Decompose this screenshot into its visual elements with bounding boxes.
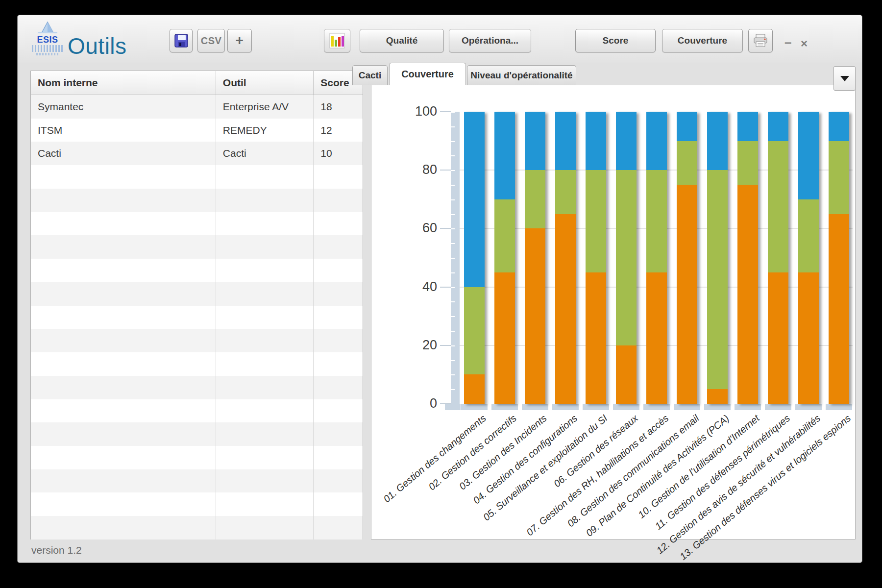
bar-pedestal xyxy=(583,404,609,410)
y-axis-tick xyxy=(440,170,451,171)
segment-orange xyxy=(768,272,788,404)
segment-green xyxy=(737,141,758,185)
tab-overflow-dropdown[interactable] xyxy=(833,66,856,91)
y-axis-tick xyxy=(440,345,451,346)
bar-pedestal xyxy=(491,404,518,410)
chart-button[interactable] xyxy=(324,29,350,52)
table-cell xyxy=(216,446,314,469)
segment-green xyxy=(829,141,849,214)
table-cell xyxy=(314,399,363,423)
toolbar-button-score[interactable]: Score xyxy=(575,29,656,52)
bar-pedestal xyxy=(613,404,639,410)
table-cell xyxy=(314,376,363,399)
table-row[interactable]: CactiCacti10 xyxy=(31,142,363,165)
add-button[interactable]: + xyxy=(227,29,252,52)
table-cell: Enterprise A/V xyxy=(216,95,314,119)
toolbar-button-couverture[interactable]: Couverture xyxy=(662,29,743,52)
stacked-bar xyxy=(525,112,545,404)
csv-export-button[interactable]: CSV xyxy=(197,29,225,52)
bar-pedestal xyxy=(643,404,670,410)
table-cell xyxy=(31,446,216,469)
table-cell xyxy=(31,516,216,539)
table-header-row: Nom interneOutilScore xyxy=(31,71,363,95)
segment-blue xyxy=(494,112,515,199)
table-cell xyxy=(31,259,216,282)
stacked-bar xyxy=(677,112,697,404)
table-cell xyxy=(31,376,216,399)
dropdown-arrow-icon xyxy=(840,76,849,81)
toolbar-button-op-rationa[interactable]: Opérationa... xyxy=(449,29,531,52)
table-cell: 18 xyxy=(314,95,363,119)
table-row[interactable]: ITSMREMEDY12 xyxy=(31,119,363,142)
table-cell: Symantec xyxy=(31,95,216,119)
y-axis-label: 40 xyxy=(400,279,437,294)
chart-icon xyxy=(329,33,345,49)
table-cell xyxy=(31,469,216,493)
segment-blue xyxy=(677,112,697,141)
column-header-outil[interactable]: Outil xyxy=(216,71,314,95)
segment-blue xyxy=(798,112,819,199)
version-label: version 1.2 xyxy=(31,544,82,556)
table-row-empty xyxy=(31,165,363,189)
table-row-empty xyxy=(31,492,363,516)
printer-icon xyxy=(753,33,768,48)
titlebar: ESIS Outils CSV + xyxy=(18,15,862,63)
app-window: ESIS Outils CSV + xyxy=(17,15,862,563)
segment-green xyxy=(707,170,728,389)
table-cell xyxy=(31,306,216,329)
stacked-bar xyxy=(737,112,758,404)
table-cell xyxy=(31,165,216,189)
tab-niveau-d-op-rationalit[interactable]: Niveau d'opérationalité xyxy=(467,65,576,85)
toolbar-button-qualit[interactable]: Qualité xyxy=(360,29,444,52)
tools-table: Nom interneOutilScore SymantecEnterprise… xyxy=(30,71,363,539)
tab-cacti[interactable]: Cacti xyxy=(352,65,388,85)
segment-green xyxy=(464,287,485,375)
table-cell: Cacti xyxy=(31,142,216,165)
save-button[interactable] xyxy=(170,29,193,52)
segment-orange xyxy=(829,214,849,404)
y-axis-label: 80 xyxy=(400,162,437,177)
segment-green xyxy=(586,170,606,272)
logo-text: ESIS xyxy=(28,36,67,44)
stacked-bar xyxy=(829,112,849,404)
table-cell xyxy=(216,212,314,236)
stacked-bar xyxy=(798,112,819,404)
segment-green xyxy=(768,141,788,272)
table-row-empty xyxy=(31,352,363,376)
page-title: Outils xyxy=(68,33,127,59)
close-button[interactable]: × xyxy=(801,37,808,50)
segment-orange xyxy=(646,272,667,404)
column-header-nom-interne[interactable]: Nom interne xyxy=(31,71,216,95)
axis-foot xyxy=(445,404,461,410)
y-axis-tick xyxy=(440,111,451,112)
segment-blue xyxy=(737,112,758,141)
table-row[interactable]: SymantecEnterprise A/V18 xyxy=(31,95,363,119)
segment-orange xyxy=(737,185,758,404)
y-axis-tick xyxy=(440,228,451,229)
table-cell xyxy=(314,469,363,493)
table-row-empty xyxy=(31,446,363,469)
y-axis-label: 20 xyxy=(400,338,437,353)
table-cell xyxy=(314,352,363,376)
minimize-button[interactable]: – xyxy=(784,35,791,50)
y-axis-label: 60 xyxy=(400,220,437,236)
table-cell: 12 xyxy=(314,119,363,142)
bar-pedestal xyxy=(795,404,822,410)
print-button[interactable] xyxy=(748,29,773,52)
table-cell xyxy=(216,189,314,212)
segment-orange xyxy=(555,214,576,404)
tab-couverture[interactable]: Couverture xyxy=(389,63,466,85)
table-cell xyxy=(314,212,363,236)
segment-blue xyxy=(707,112,728,170)
stacked-bar xyxy=(616,112,637,404)
table-cell xyxy=(314,235,363,259)
y-axis-label: 100 xyxy=(400,104,437,119)
segment-blue xyxy=(555,112,576,170)
bar-pedestal xyxy=(461,404,488,410)
segment-blue xyxy=(586,112,606,170)
screen: ESIS Outils CSV + xyxy=(0,0,882,588)
table-row-empty xyxy=(31,282,363,306)
segment-orange xyxy=(525,228,545,404)
table-row-empty xyxy=(31,399,363,423)
stacked-bar xyxy=(707,112,728,404)
